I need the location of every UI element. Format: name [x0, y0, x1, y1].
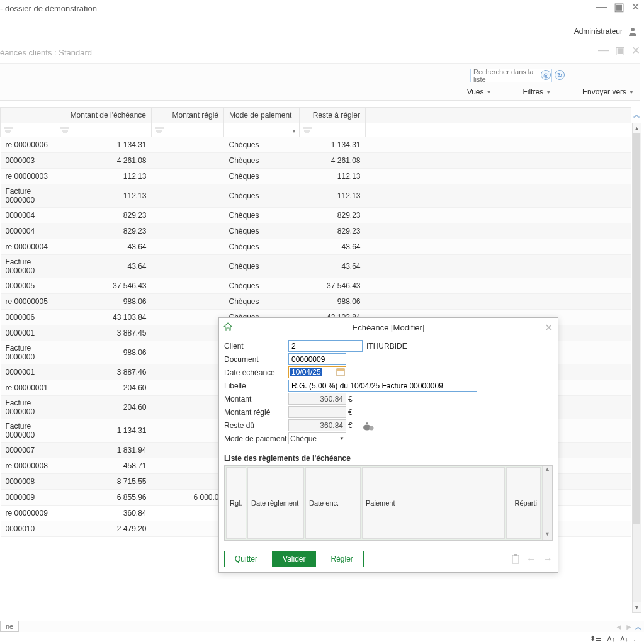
- svg-rect-5: [62, 130, 68, 132]
- scroll-thumb[interactable]: [633, 133, 640, 524]
- dialog-close-icon[interactable]: ✕: [545, 322, 553, 334]
- font-decrease-icon[interactable]: A↓: [620, 635, 628, 643]
- table-row[interactable]: re 00000005988.06Chèques988.06: [1, 294, 631, 310]
- table-row[interactable]: re 0000000443.64Chèques43.64: [1, 239, 631, 255]
- scroll-up-icon[interactable]: ▲: [633, 123, 641, 133]
- sub-close-icon[interactable]: ✕: [631, 44, 640, 57]
- chevron-down-icon: ▼: [629, 89, 634, 95]
- home-icon[interactable]: [223, 322, 233, 332]
- filter-icon: [154, 127, 164, 134]
- table-row[interactable]: 0000004829.23Chèques829.23: [1, 223, 631, 239]
- table-cell: 43.64: [57, 255, 152, 278]
- libelle-input[interactable]: [288, 380, 477, 392]
- table-cell: 988.06: [57, 294, 152, 310]
- table-row[interactable]: re 00000003112.13Chèques112.13: [1, 169, 631, 184]
- table-cell: [152, 419, 224, 443]
- vues-menu[interactable]: Vues ▼: [467, 88, 492, 96]
- minimize-icon[interactable]: —: [596, 0, 607, 14]
- arrow-left-icon[interactable]: ←: [526, 553, 536, 565]
- col-date-enc[interactable]: Date enc.: [305, 467, 361, 539]
- sub-maximize-icon[interactable]: ▣: [615, 44, 625, 57]
- table-row[interactable]: 00000034 261.08Chèques4 261.08: [1, 153, 631, 169]
- table-cell: 43.64: [57, 239, 152, 255]
- col-montant-echeance[interactable]: Montant de l'échéance: [57, 108, 152, 123]
- expand-chevrons-icon[interactable]: ︽: [635, 623, 641, 631]
- svg-rect-4: [60, 127, 69, 129]
- table-cell: 458.71: [57, 458, 152, 474]
- regler-button[interactable]: Régler: [320, 551, 363, 567]
- col-rgl[interactable]: Rgl.: [226, 467, 246, 539]
- col-mode-paiement[interactable]: Mode de paiement: [224, 108, 300, 123]
- mode-paiement-select[interactable]: Chèque ▼: [288, 432, 346, 444]
- filter-cell[interactable]: ▼: [224, 123, 300, 137]
- col-montant-regle[interactable]: Montant réglé: [152, 108, 224, 123]
- calendar-icon[interactable]: [336, 368, 345, 376]
- quitter-button[interactable]: Quitter: [224, 551, 268, 567]
- table-cell: Facture 0000000: [1, 419, 57, 443]
- scroll-down-icon[interactable]: ▼: [633, 602, 641, 612]
- font-increase-icon[interactable]: A↑: [607, 635, 615, 643]
- filter-cell[interactable]: [1, 123, 57, 137]
- bottom-tab[interactable]: ne: [0, 621, 19, 632]
- table-cell: 43 103.84: [57, 310, 152, 325]
- sub-minimize-icon[interactable]: —: [598, 44, 609, 57]
- reglements-scrollbar[interactable]: ▲ ▼: [542, 466, 552, 540]
- table-cell: 0000006: [1, 310, 57, 325]
- table-cell: 1 134.31: [57, 137, 152, 153]
- table-row[interactable]: 0000004829.23Chèques829.23: [1, 208, 631, 223]
- table-cell: 204.60: [57, 396, 152, 419]
- tab-scroll-right-icon[interactable]: ►: [625, 623, 633, 631]
- svg-rect-2: [5, 130, 11, 132]
- search-placeholder: Rechercher dans la liste: [473, 68, 544, 83]
- table-cell: Chèques: [224, 239, 300, 255]
- table-cell: 988.06: [57, 341, 152, 364]
- line-spacing-icon[interactable]: ⬍☰: [590, 635, 602, 643]
- envoyer-menu[interactable]: Envoyer vers ▼: [582, 88, 634, 96]
- table-cell: [152, 169, 224, 184]
- table-row[interactable]: Facture 0000000112.13Chèques112.13: [1, 184, 631, 208]
- table-cell: Chèques: [224, 278, 300, 294]
- arrow-right-icon[interactable]: →: [543, 553, 553, 565]
- montant-input: [288, 393, 346, 405]
- reglements-table: Rgl. Date règlement Date enc. Paiement R…: [225, 466, 542, 540]
- search-dropdown[interactable]: Rechercher dans la liste ▼: [470, 69, 552, 82]
- table-cell: Chèques: [224, 169, 300, 184]
- grip-icon[interactable]: ⋰: [633, 635, 640, 643]
- moneybag-icon[interactable]: [363, 421, 374, 431]
- col-reparti[interactable]: Réparti: [506, 467, 541, 539]
- table-cell: Chèques: [224, 223, 300, 239]
- document-input[interactable]: [288, 353, 346, 365]
- table-row[interactable]: 000000537 546.43Chèques37 546.43: [1, 278, 631, 294]
- table-cell: Facture 0000000: [1, 255, 57, 278]
- tab-scroll-left-icon[interactable]: ◄: [615, 623, 623, 631]
- table-cell: [152, 294, 224, 310]
- filter-cell[interactable]: [57, 123, 152, 137]
- table-cell: Chèques: [224, 184, 300, 208]
- close-icon[interactable]: ✕: [631, 0, 640, 14]
- client-code-input[interactable]: [288, 340, 363, 352]
- col-date-reg[interactable]: Date règlement: [247, 467, 304, 539]
- col-doc[interactable]: [1, 108, 57, 123]
- scroll-up-icon[interactable]: ▲: [543, 466, 552, 475]
- filtres-menu[interactable]: Filtres ▼: [523, 88, 551, 96]
- scroll-down-icon[interactable]: ▼: [543, 531, 552, 540]
- dialog-title: Echéance [Modifier]: [353, 323, 425, 332]
- table-cell: Facture 0000000: [1, 184, 57, 208]
- col-reste-regler[interactable]: Reste à régler: [300, 108, 366, 123]
- refresh-icon[interactable]: ↻: [555, 70, 565, 80]
- table-cell: Chèques: [224, 255, 300, 278]
- vues-label: Vues: [467, 88, 484, 96]
- chevron-down-icon: ▼: [339, 436, 344, 441]
- maximize-icon[interactable]: ▣: [614, 0, 624, 14]
- clipboard-icon[interactable]: [511, 554, 520, 564]
- table-row[interactable]: re 000000061 134.31Chèques1 134.31: [1, 137, 631, 153]
- valider-button[interactable]: Valider: [272, 551, 316, 567]
- vertical-scrollbar[interactable]: ▲ ▼: [632, 123, 641, 613]
- collapse-chevrons-icon[interactable]: ︽: [633, 110, 640, 120]
- filter-cell[interactable]: [152, 123, 224, 137]
- filter-cell[interactable]: [300, 123, 366, 137]
- target-icon[interactable]: ◎: [541, 70, 551, 80]
- table-cell: Chèques: [224, 137, 300, 153]
- table-row[interactable]: Facture 000000043.64Chèques43.64: [1, 255, 631, 278]
- col-paiement[interactable]: Paiement: [362, 467, 505, 539]
